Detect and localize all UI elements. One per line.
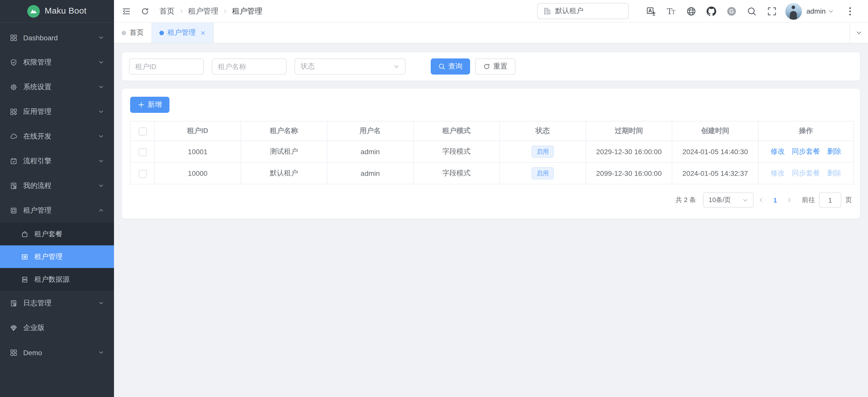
sidebar-item-tenant-package[interactable]: 租户套餐 (0, 223, 114, 245)
delete-link[interactable]: 删除 (827, 169, 841, 177)
sidebar-item-auth[interactable]: 权限管理 (0, 50, 114, 74)
search-button[interactable]: 查询 (431, 59, 470, 74)
row-checkbox-cell (130, 121, 155, 141)
myflow-icon (10, 182, 17, 189)
tab-label: 首页 (130, 28, 144, 37)
chevron-down-icon (98, 158, 104, 164)
prev-page-button[interactable] (753, 193, 769, 207)
more-vertical-icon (845, 6, 855, 16)
cell-status: 启用 (500, 141, 586, 163)
status-select[interactable]: 状态 (294, 59, 405, 74)
column-header: 过期时间 (586, 121, 672, 141)
sidebar-item-apps[interactable]: 应用管理 (0, 99, 114, 124)
column-header: 状态 (500, 121, 586, 141)
sidebar-item-enterprise[interactable]: 企业版 (0, 316, 114, 340)
row-checkbox[interactable] (138, 148, 147, 156)
diamond-icon (10, 324, 17, 331)
breadcrumb-item[interactable]: 租户管理 (188, 6, 218, 16)
github-button[interactable] (702, 1, 722, 21)
cell-status: 启用 (500, 163, 586, 184)
logo-mountain-icon (28, 5, 40, 18)
next-page-button[interactable] (782, 193, 797, 207)
tab-item[interactable]: 首页 (114, 23, 152, 43)
cell-tenant-id: 10000 (155, 163, 241, 184)
goto-label: 前往 (802, 196, 815, 204)
sync-package-link[interactable]: 同步套餐 (792, 169, 820, 177)
collapse-sidebar-icon[interactable] (122, 7, 131, 15)
sidebar-item-tenant-datasource[interactable]: 租户数据源 (0, 268, 114, 291)
settings-more-button[interactable] (840, 1, 860, 21)
svg-text:G: G (730, 8, 734, 14)
font-size-icon: TT (666, 6, 676, 16)
add-button[interactable]: 新增 (130, 97, 169, 113)
tenant-name-input[interactable] (212, 59, 286, 74)
edit-link[interactable]: 修改 (771, 169, 785, 177)
status-badge: 启用 (532, 145, 554, 158)
sidebar-item-tenant[interactable]: 租户管理 (0, 198, 114, 223)
breadcrumb: 首页租户管理租户管理 (159, 6, 262, 16)
column-header: 操作 (758, 121, 854, 141)
tenant-select-value: 默认租户 (555, 6, 584, 15)
app-logo[interactable]: Maku Boot (0, 0, 114, 23)
breadcrumb-item[interactable]: 首页 (159, 6, 175, 16)
sidebar-menu: Dashboard权限管理系统设置应用管理在线开发流程引擎我的流程租户管理租户套… (0, 23, 114, 397)
gitee-button[interactable]: G (722, 1, 742, 21)
table-row: 10000默认租户admin字段模式启用2099-12-30 16:00:002… (130, 163, 854, 184)
tab-dot (159, 31, 164, 35)
tenant-id-input[interactable] (129, 59, 204, 74)
sidebar-item-online-dev[interactable]: 在线开发 (0, 124, 114, 148)
cell-actions: 修改同步套餐删除 (758, 163, 854, 184)
reset-button[interactable]: 重置 (475, 59, 516, 74)
chevron-down-icon[interactable] (828, 8, 834, 14)
sidebar-item-my-flow[interactable]: 我的流程 (0, 173, 114, 198)
translate-button[interactable] (641, 1, 661, 21)
goto-page-input[interactable] (819, 193, 841, 207)
row-checkbox-cell (130, 141, 155, 163)
row-checkbox[interactable] (138, 169, 147, 177)
close-icon[interactable] (200, 30, 206, 35)
chevron-right-icon (786, 197, 792, 203)
avatar[interactable] (785, 3, 802, 20)
tenant-select[interactable]: 默认租户 (537, 3, 629, 19)
page-number[interactable]: 1 (769, 196, 782, 204)
sidebar-item-label: 租户管理 (34, 252, 104, 261)
filter-card: 状态 查询 重置 (122, 53, 860, 80)
sidebar-item-flow-engine[interactable]: 流程引擎 (0, 148, 114, 173)
search-button[interactable] (742, 1, 762, 21)
tab-dropdown-button[interactable] (849, 23, 868, 43)
chevron-down-icon (856, 30, 862, 36)
content: 状态 查询 重置 新增 (114, 43, 868, 397)
search-icon (747, 6, 757, 16)
sync-package-link[interactable]: 同步套餐 (792, 147, 820, 155)
building-icon (543, 7, 551, 15)
delete-link[interactable]: 删除 (827, 147, 841, 155)
row-checkbox[interactable] (138, 127, 147, 135)
sidebar-item-system[interactable]: 系统设置 (0, 74, 114, 99)
chevron-down-icon (98, 300, 104, 306)
tab-active[interactable]: 租户管理 (152, 23, 214, 43)
table-header-row: 租户ID租户名称用户名租户模式状态过期时间创建时间操作 (130, 121, 854, 141)
demo-icon (10, 349, 17, 356)
sidebar-item-dashboard[interactable]: Dashboard (0, 25, 114, 50)
sidebar-item-demo[interactable]: Demo (0, 340, 114, 365)
chevron-right-icon (222, 8, 228, 14)
log-icon (10, 299, 17, 306)
table-card: 新增 租户ID租户名称用户名租户模式状态过期时间创建时间操作10001测试租户a… (122, 89, 860, 219)
sidebar-item-label: 租户套餐 (34, 230, 104, 238)
fullscreen-button[interactable] (762, 1, 782, 21)
refresh-icon[interactable] (141, 7, 149, 15)
goto-suffix: 页 (845, 196, 852, 204)
app-title: Maku Boot (44, 6, 87, 16)
sidebar-item-log[interactable]: 日志管理 (0, 291, 114, 316)
page-size-select[interactable]: 10条/页 (703, 193, 753, 207)
font-size-button[interactable]: TT (661, 1, 681, 21)
sidebar-item-label: 应用管理 (23, 107, 98, 116)
main-column: 首页租户管理租户管理 默认租户 TTG admin 首页租户管理 (114, 0, 868, 397)
edit-link[interactable]: 修改 (771, 147, 785, 155)
globe-button[interactable] (681, 1, 702, 21)
user-name[interactable]: admin (806, 7, 826, 15)
sidebar-item-tenant-manage[interactable]: 租户管理 (0, 245, 114, 268)
github-icon (707, 6, 716, 16)
cell-mode: 字段模式 (413, 141, 500, 163)
chevron-down-icon (98, 84, 104, 90)
